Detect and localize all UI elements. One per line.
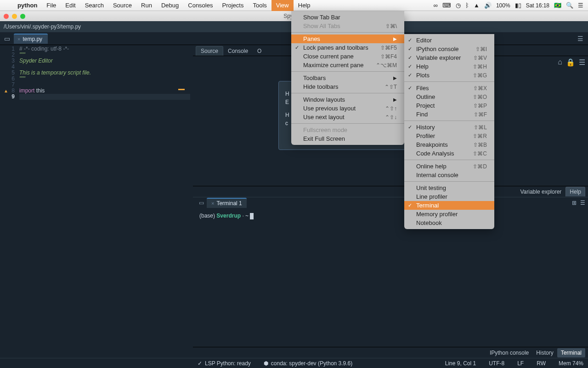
menu-search[interactable]: Search: [80, 0, 108, 11]
bottom-tab-terminal[interactable]: Terminal: [557, 348, 585, 357]
control-center-icon[interactable]: ☰: [578, 2, 583, 9]
keyboard-icon[interactable]: ⌨: [442, 2, 451, 9]
prompt-path: ~: [245, 213, 250, 219]
menu-item-memory-profiler[interactable]: Memory profiler: [404, 210, 494, 218]
prompt-sep: ·: [241, 213, 245, 219]
menu-debug[interactable]: Debug: [157, 0, 183, 11]
menu-item-notebook[interactable]: Notebook: [404, 218, 494, 227]
eol[interactable]: LF: [517, 360, 524, 367]
pane-tab-o[interactable]: O: [253, 46, 266, 56]
menu-view[interactable]: View: [271, 0, 294, 11]
menu-item-find[interactable]: Find⇧⌘F: [404, 110, 494, 119]
terminal-body[interactable]: (base) Sverdrup · ~: [193, 208, 588, 347]
bottom-tab-history[interactable]: History: [532, 348, 557, 357]
menu-item-line-profiler[interactable]: Line profiler: [404, 192, 494, 201]
menu-item-window-layouts[interactable]: Window layouts▶: [291, 95, 404, 104]
app-name[interactable]: python: [13, 2, 42, 9]
clock-text: Sat 16:18: [526, 2, 549, 9]
memory-usage: Mem 74%: [559, 360, 583, 367]
menu-consoles[interactable]: Consoles: [183, 0, 217, 11]
code-editor[interactable]: 1# -*- coding: utf-8 -*-2"""3Spyder Edit…: [0, 45, 193, 358]
terminal-browser-icon[interactable]: ▭: [196, 200, 207, 206]
menu-item-breakpoints[interactable]: Breakpoints⇧⌘B: [404, 140, 494, 149]
code-line[interactable]: 6""": [3, 76, 190, 82]
menu-item-help[interactable]: ✓Help⇧⌘H: [404, 62, 494, 71]
minimize-window-button[interactable]: [12, 14, 17, 19]
menu-item-maximize-current-pane[interactable]: Maximize current pane⌃⌥⌘M: [291, 61, 404, 69]
code-line[interactable]: 5This is a temporary script file.: [3, 70, 190, 76]
lock-icon[interactable]: 🔒: [566, 58, 575, 67]
maximize-window-button[interactable]: [20, 14, 25, 19]
infinity-icon[interactable]: ∞: [434, 2, 438, 9]
mid-tab-help[interactable]: Help: [565, 187, 585, 196]
code-line[interactable]: 8▲import this: [3, 88, 190, 94]
close-tab-icon[interactable]: ×: [17, 36, 20, 42]
menu-item-editor[interactable]: ✓Editor: [404, 36, 494, 45]
menu-run[interactable]: Run: [136, 0, 157, 11]
menu-item-files[interactable]: ✓Files⇧⌘X: [404, 84, 494, 92]
traffic-lights: [0, 14, 25, 19]
flag-icon[interactable]: 🇧🇷: [554, 2, 561, 9]
encoding[interactable]: UTF-8: [489, 360, 504, 367]
menu-item-use-next-layout[interactable]: Use next layout⌃⇧↓: [291, 113, 404, 121]
bottom-tab-ipython-console[interactable]: IPython console: [486, 348, 532, 357]
volume-icon[interactable]: 🔊: [484, 2, 492, 9]
spotlight-icon[interactable]: 🔍: [566, 2, 573, 9]
check-icon: ✓: [408, 37, 412, 43]
menu-item-exit-full-screen[interactable]: Exit Full Screen: [291, 134, 404, 143]
menu-item-panes[interactable]: Panes▶: [291, 34, 404, 43]
home-icon[interactable]: ⌂: [558, 58, 562, 67]
panes-submenu: ✓Editor✓IPython console⇧⌘I✓Variable expl…: [404, 34, 494, 229]
code-line[interactable]: 3Spyder Editor: [3, 58, 190, 64]
menu-tools[interactable]: Tools: [248, 0, 271, 11]
menu-item-internal-console[interactable]: Internal console: [404, 171, 494, 179]
menu-item-show-tab-bar[interactable]: Show Tab Bar: [291, 13, 404, 22]
menu-item-toolbars[interactable]: Toolbars▶: [291, 74, 404, 82]
menu-item-terminal[interactable]: ✓Terminal: [404, 201, 494, 210]
menu-item-project[interactable]: Project⇧⌘P: [404, 101, 494, 110]
menu-file[interactable]: File: [42, 0, 61, 11]
code-line[interactable]: 9: [3, 94, 190, 100]
conda-env[interactable]: conda: spyder-dev (Python 3.9.6): [271, 360, 352, 367]
menu-item-ipython-console[interactable]: ✓IPython console⇧⌘I: [404, 45, 494, 53]
options-icon[interactable]: ☰: [579, 58, 585, 67]
editor-options-icon[interactable]: ☰: [577, 35, 583, 42]
menu-item-lock-panes-and-toolbars[interactable]: ✓Lock panes and toolbars⇧⌘F5: [291, 43, 404, 52]
menu-help[interactable]: Help: [294, 0, 315, 11]
terminal-options-icon[interactable]: ☰: [580, 200, 585, 206]
menu-item-close-current-pane[interactable]: Close current pane⇧⌘F4: [291, 52, 404, 61]
terminal-cursor: [250, 213, 254, 219]
menu-item-plots[interactable]: ✓Plots⇧⌘G: [404, 71, 494, 80]
mid-tab-variable-explorer[interactable]: Variable explorer: [516, 187, 565, 197]
editor-tab-temp[interactable]: × temp.py: [14, 34, 48, 44]
menu-item-hide-toolbars[interactable]: Hide toolbars⌃⇧T: [291, 82, 404, 91]
check-icon: ✓: [408, 124, 412, 130]
menu-item-outline[interactable]: Outline⇧⌘O: [404, 92, 494, 101]
code-line[interactable]: 1# -*- coding: utf-8 -*-: [3, 46, 190, 52]
check-icon: ✓: [408, 63, 412, 69]
menu-item-history[interactable]: ✓History⇧⌘L: [404, 123, 494, 132]
close-terminal-tab-icon[interactable]: ×: [211, 201, 214, 206]
menu-item-use-previous-layout[interactable]: Use previous layout⌃⇧↑: [291, 104, 404, 113]
menu-item-code-analysis[interactable]: Code Analysis⇧⌘C: [404, 149, 494, 158]
rw-status: RW: [537, 360, 546, 367]
lsp-status: LSP Python: ready: [205, 360, 251, 367]
battery-icon[interactable]: ▮▯: [515, 2, 521, 9]
menu-item-unit-testing[interactable]: Unit testing: [404, 184, 494, 192]
menu-source[interactable]: Source: [108, 0, 136, 11]
menu-item-online-help[interactable]: Online help⇧⌘D: [404, 162, 494, 171]
new-terminal-icon[interactable]: ⊞: [572, 200, 577, 206]
terminal-tab[interactable]: × Terminal 1: [207, 198, 247, 208]
file-browser-icon[interactable]: ▭: [0, 35, 14, 42]
tab-label: temp.py: [23, 36, 42, 42]
menu-item-variable-explorer[interactable]: ✓Variable explorer⇧⌘V: [404, 53, 494, 62]
menu-projects[interactable]: Projects: [217, 0, 248, 11]
menu-item-profiler[interactable]: Profiler⇧⌘R: [404, 132, 494, 140]
clock-icon[interactable]: ◷: [456, 2, 461, 9]
bluetooth-icon[interactable]: ᛒ: [465, 2, 469, 9]
menu-edit[interactable]: Edit: [61, 0, 80, 11]
pane-tab-source[interactable]: Source: [196, 46, 223, 56]
pane-tab-console[interactable]: Console: [223, 46, 253, 56]
wifi-icon[interactable]: ▲: [474, 2, 480, 9]
close-window-button[interactable]: [4, 14, 9, 19]
